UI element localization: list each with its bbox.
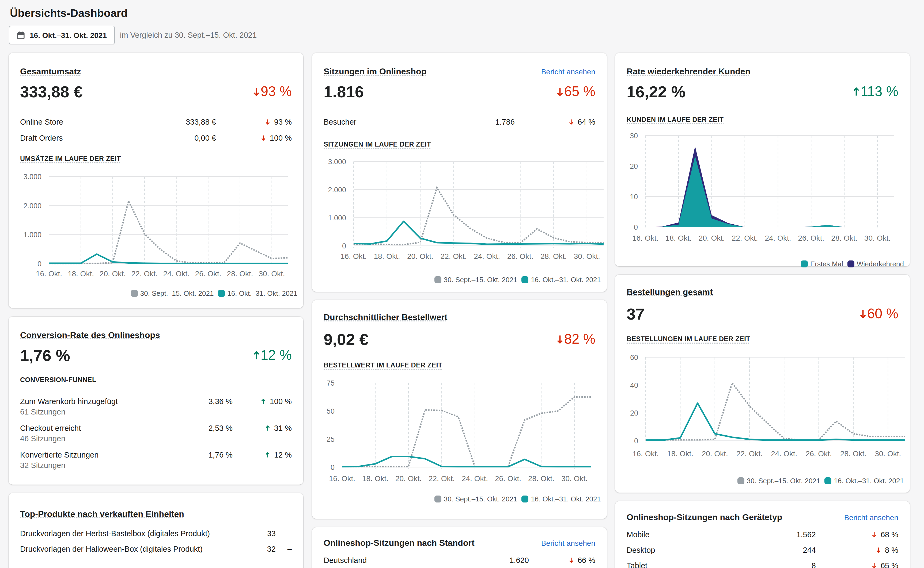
svg-text:28. Okt.: 28. Okt. [528,474,554,483]
svg-text:30. Okt.: 30. Okt. [574,252,600,260]
svg-text:1.000: 1.000 [23,231,41,239]
svg-text:16. Okt.: 16. Okt. [329,474,355,483]
svg-text:30. Okt.: 30. Okt. [259,270,285,278]
svg-text:60: 60 [630,353,638,361]
svg-text:20. Okt.: 20. Okt. [395,474,421,483]
svg-text:28. Okt.: 28. Okt. [831,234,857,242]
svg-text:18. Okt.: 18. Okt. [667,450,693,458]
svg-text:20. Okt.: 20. Okt. [698,234,725,242]
svg-text:22. Okt.: 22. Okt. [132,270,158,278]
svg-text:24. Okt.: 24. Okt. [474,252,500,260]
svg-text:16. Okt.: 16. Okt. [341,252,367,260]
svg-text:28. Okt.: 28. Okt. [541,252,567,260]
svg-text:26. Okt.: 26. Okt. [495,474,521,483]
svg-text:18. Okt.: 18. Okt. [68,270,94,278]
svg-text:0: 0 [330,464,335,471]
svg-text:20: 20 [630,162,638,170]
svg-text:20. Okt.: 20. Okt. [702,450,728,458]
svg-text:20. Okt.: 20. Okt. [100,270,126,278]
svg-text:22. Okt.: 22. Okt. [732,234,758,242]
svg-text:10: 10 [630,193,638,201]
svg-text:18. Okt.: 18. Okt. [362,474,388,483]
svg-text:25: 25 [327,435,335,443]
svg-text:0: 0 [342,242,346,250]
svg-text:22. Okt.: 22. Okt. [429,474,455,483]
svg-text:24. Okt.: 24. Okt. [163,270,189,278]
svg-text:28. Okt.: 28. Okt. [840,450,866,458]
svg-text:16. Okt.: 16. Okt. [36,270,62,278]
svg-text:26. Okt.: 26. Okt. [798,234,824,242]
svg-text:30. Okt.: 30. Okt. [875,450,901,458]
svg-text:22. Okt.: 22. Okt. [441,252,467,260]
svg-text:30: 30 [630,132,638,140]
svg-text:30. Okt.: 30. Okt. [561,474,588,483]
svg-text:26. Okt.: 26. Okt. [195,270,221,278]
svg-text:3.000: 3.000 [328,158,346,166]
svg-text:0: 0 [634,437,638,445]
svg-text:16. Okt.: 16. Okt. [632,234,659,242]
svg-text:24. Okt.: 24. Okt. [462,474,488,483]
svg-text:20: 20 [630,409,638,417]
svg-text:2.000: 2.000 [23,202,41,210]
svg-text:0: 0 [38,260,41,268]
svg-text:30. Okt.: 30. Okt. [864,234,891,242]
svg-text:1.000: 1.000 [328,214,346,222]
svg-text:3.000: 3.000 [23,173,41,181]
svg-text:26. Okt.: 26. Okt. [806,450,832,458]
svg-text:50: 50 [327,407,335,415]
svg-text:26. Okt.: 26. Okt. [507,252,533,260]
svg-text:75: 75 [327,379,335,387]
svg-text:24. Okt.: 24. Okt. [765,234,791,242]
svg-text:0: 0 [634,223,638,231]
svg-text:18. Okt.: 18. Okt. [665,234,692,242]
svg-text:40: 40 [630,381,638,389]
svg-text:16. Okt.: 16. Okt. [633,450,659,458]
svg-text:2.000: 2.000 [328,186,346,194]
svg-text:22. Okt.: 22. Okt. [736,450,763,458]
svg-text:28. Okt.: 28. Okt. [227,270,253,278]
svg-text:18. Okt.: 18. Okt. [374,252,400,260]
svg-text:20. Okt.: 20. Okt. [407,252,433,260]
svg-text:24. Okt.: 24. Okt. [771,450,797,458]
